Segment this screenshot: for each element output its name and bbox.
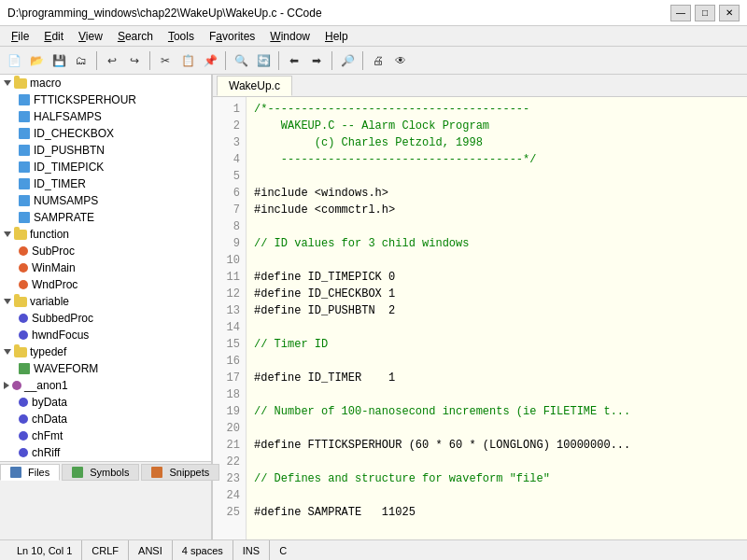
menu-tools[interactable]: Tools (161, 28, 202, 45)
tree-item-bydata[interactable]: byData (0, 394, 211, 411)
main-area: macro FTTICKSPERHOUR HALFSAMPS ID_CHECKB… (0, 75, 747, 539)
tree-item-id-timer[interactable]: ID_TIMER (0, 175, 211, 192)
tree-item-subbedproc[interactable]: SubbedProc (0, 310, 211, 327)
browser-fwd-button[interactable]: ➡ (306, 50, 327, 71)
tree-group-variable-label: variable (30, 295, 69, 308)
expand-anon1-icon (4, 382, 9, 389)
symbols-tab-icon (72, 467, 83, 478)
tree-item-wndproc[interactable]: WndProc (0, 276, 211, 293)
replace-button[interactable]: 🔄 (253, 50, 274, 71)
status-position: Ln 10, Col 1 (7, 540, 82, 560)
title-text: D:\programming_windows\chap22\WakeUp\Wak… (7, 7, 322, 20)
tree-item-label: SubProc (32, 245, 75, 258)
cut-button[interactable]: ✂ (155, 50, 176, 71)
menu-view[interactable]: View (71, 28, 110, 45)
copy-button[interactable]: 📋 (177, 50, 198, 71)
tree-group-variable[interactable]: variable (0, 293, 211, 310)
tree-item-label: ID_PUSHBTN (34, 144, 105, 157)
tree-group-anon1[interactable]: __anon1 (0, 377, 211, 394)
menu-window[interactable]: Window (262, 28, 317, 45)
tree-group-macro-label: macro (30, 77, 61, 90)
tree-item-label: WinMain (32, 261, 76, 274)
panel-tab-symbols[interactable]: Symbols (62, 464, 139, 481)
zoom-button[interactable]: 🔎 (337, 50, 358, 71)
menu-search[interactable]: Search (110, 28, 161, 45)
panel-tab-symbols-label: Symbols (90, 467, 129, 478)
editor-tab-wakeup[interactable]: WakeUp.c (217, 76, 292, 96)
tree-item-id-pushbtn[interactable]: ID_PUSHBTN (0, 142, 211, 159)
tree-item-numsamps[interactable]: NUMSAMPS (0, 192, 211, 209)
code-editor[interactable]: /*--------------------------------------… (247, 97, 747, 539)
panel-tab-files-label: Files (28, 467, 49, 478)
panel-tab-snippets[interactable]: Snippets (141, 464, 219, 481)
tree-item-label: chRiff (32, 446, 60, 459)
tree-group-function[interactable]: function (0, 226, 211, 243)
tree-item-chfmt[interactable]: chFmt (0, 427, 211, 444)
toolbar-sep-3 (225, 51, 226, 70)
status-bar: Ln 10, Col 1 CRLF ANSI 4 spaces INS C (0, 539, 747, 560)
panel-tab-snippets-label: Snippets (169, 467, 209, 478)
macro-icon-id-pushbtn (19, 145, 30, 156)
editor-area: 12345 678910 1112131415 1617181920 21222… (213, 97, 747, 539)
toolbar-sep-1 (96, 51, 97, 70)
close-button[interactable]: ✕ (719, 5, 740, 21)
tree-item-samprate[interactable]: SAMPRATE (0, 209, 211, 226)
menu-favorites[interactable]: Favorites (202, 28, 262, 45)
find-button[interactable]: 🔍 (231, 50, 251, 71)
tree-item-hwndfocus[interactable]: hwndFocus (0, 327, 211, 343)
tree-item-halfsamps[interactable]: HALFSAMPS (0, 108, 211, 125)
tree-item-subproc[interactable]: SubProc (0, 243, 211, 259)
save-button[interactable]: 💾 (49, 50, 69, 71)
panel-tab-files[interactable]: Files (0, 464, 60, 481)
menu-help[interactable]: Help (317, 28, 356, 45)
preview-button[interactable]: 👁 (390, 50, 411, 71)
macro-icon-id-timepick (19, 161, 30, 173)
function-icon-winmain (19, 263, 28, 273)
tree-item-label: ID_TIMEPICK (34, 161, 104, 174)
macro-icon-id-checkbox (19, 128, 30, 139)
tree-item-waveform[interactable]: WAVEFORM (0, 360, 211, 377)
macro-icon-numsamps (19, 195, 30, 206)
tree-item-id-timepick[interactable]: ID_TIMEPICK (0, 159, 211, 175)
tree-item-id-checkbox[interactable]: ID_CHECKBOX (0, 125, 211, 142)
paste-button[interactable]: 📌 (200, 50, 220, 71)
tree-item-label: ID_TIMER (34, 177, 86, 190)
variable-icon-hwndfocus (19, 330, 28, 340)
menu-edit[interactable]: Edit (36, 28, 71, 45)
panel-tab-bar: Files Symbols Snippets (0, 461, 211, 482)
tree-group-function-label: function (30, 228, 69, 241)
tree-item-chdata[interactable]: chData (0, 411, 211, 427)
tree-item-label: chData (32, 413, 67, 426)
left-panel-wrapper: macro FTTICKSPERHOUR HALFSAMPS ID_CHECKB… (0, 75, 213, 539)
maximize-button[interactable]: □ (695, 5, 715, 21)
expand-variable-icon (4, 299, 11, 304)
redo-button[interactable]: ↪ (124, 50, 145, 71)
print-button[interactable]: 🖨 (368, 50, 388, 71)
undo-button[interactable]: ↩ (102, 50, 122, 71)
variable-icon-subbedproc (19, 314, 28, 323)
symbol-tree: macro FTTICKSPERHOUR HALFSAMPS ID_CHECKB… (0, 75, 213, 461)
macro-icon-samprate (19, 212, 30, 223)
editor-tab-bar: WakeUp.c (213, 75, 747, 97)
tree-item-label: WAVEFORM (34, 362, 98, 375)
browser-back-button[interactable]: ⬅ (284, 50, 304, 71)
window-controls: — □ ✕ (670, 5, 740, 21)
macro-icon-halfsamps (19, 111, 30, 122)
expand-typedef-icon (4, 349, 11, 355)
tree-group-macro[interactable]: macro (0, 75, 211, 91)
expand-macro-icon (4, 80, 11, 86)
expand-function-icon (4, 231, 11, 237)
tree-item-ftticksperhour[interactable]: FTTICKSPERHOUR (0, 91, 211, 108)
minimize-button[interactable]: — (670, 5, 691, 21)
tree-group-typedef[interactable]: typedef (0, 343, 211, 360)
status-lang: C (270, 540, 296, 560)
menu-file[interactable]: File (4, 28, 36, 45)
tree-item-chriff[interactable]: chRiff (0, 444, 211, 461)
save-all-button[interactable]: 🗂 (71, 50, 92, 71)
snippets-tab-icon (151, 467, 162, 478)
tree-item-winmain[interactable]: WinMain (0, 259, 211, 276)
open-button[interactable]: 📂 (26, 50, 47, 71)
new-button[interactable]: 📄 (4, 50, 24, 71)
status-ins: INS (233, 540, 270, 560)
folder-function-icon (14, 230, 27, 240)
